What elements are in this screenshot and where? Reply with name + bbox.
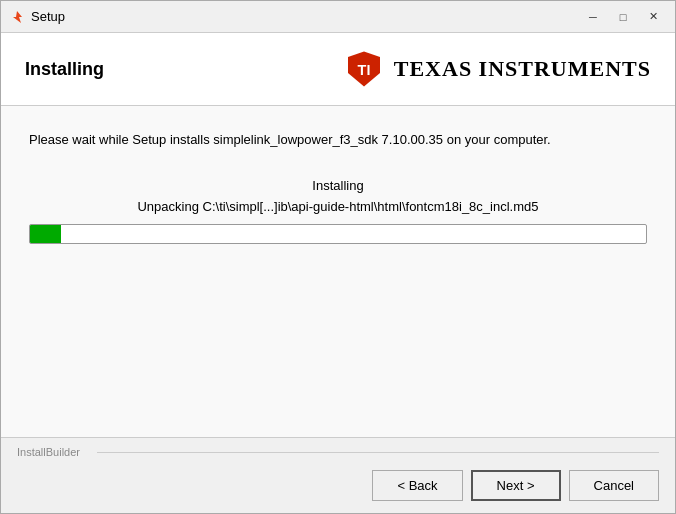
back-button[interactable]: < Back (372, 470, 462, 501)
installbuilder-label: InstallBuilder (17, 446, 659, 458)
svg-marker-0 (13, 11, 22, 23)
installing-label: Installing (312, 178, 363, 193)
close-button[interactable]: ✕ (639, 6, 667, 28)
minimize-button[interactable]: ─ (579, 6, 607, 28)
progress-bar (30, 225, 61, 243)
maximize-button[interactable]: □ (609, 6, 637, 28)
ti-logo-text: Texas Instruments (394, 56, 651, 82)
footer: InstallBuilder < Back Next > Cancel (1, 437, 675, 513)
page-title: Installing (25, 59, 104, 80)
titlebar: Setup ─ □ ✕ (1, 1, 675, 33)
content-area: Please wait while Setup installs simplel… (1, 106, 675, 437)
install-section: Installing Unpacking C:\ti\simpl[...]ib\… (29, 178, 647, 244)
ti-logo: TI Texas Instruments (344, 49, 651, 89)
app-icon (9, 9, 25, 25)
progress-container (29, 224, 647, 244)
ti-logo-icon: TI (344, 49, 384, 89)
next-button[interactable]: Next > (471, 470, 561, 501)
window-title: Setup (31, 9, 579, 24)
setup-window: Setup ─ □ ✕ Installing TI Texas Instrume… (0, 0, 676, 514)
cancel-button[interactable]: Cancel (569, 470, 659, 501)
window-controls: ─ □ ✕ (579, 6, 667, 28)
header: Installing TI Texas Instruments (1, 33, 675, 106)
description-text: Please wait while Setup installs simplel… (29, 130, 647, 150)
footer-buttons: < Back Next > Cancel (17, 466, 659, 505)
svg-text:TI: TI (357, 62, 370, 78)
install-file-path: Unpacking C:\ti\simpl[...]ib\api-guide-h… (137, 199, 538, 214)
